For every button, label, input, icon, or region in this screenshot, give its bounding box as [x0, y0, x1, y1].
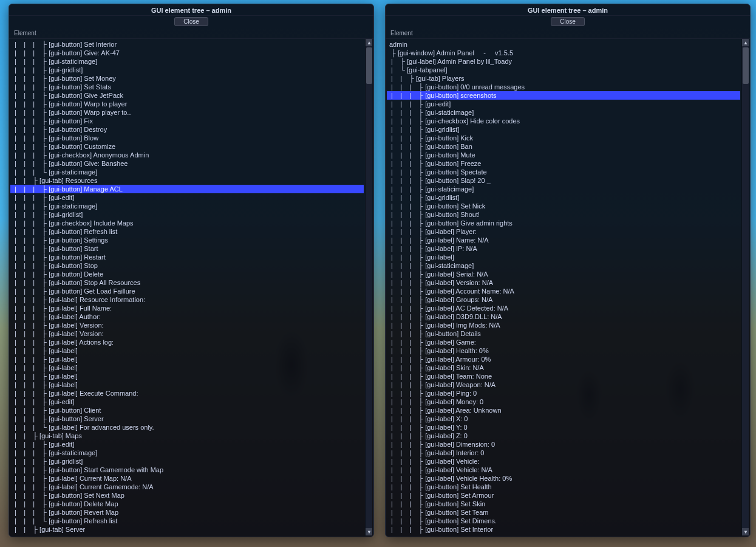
tree-row[interactable]: | | | ├ [gui-button] Set Dimens.: [387, 517, 740, 525]
scroll-down-icon[interactable]: ▼: [366, 528, 372, 535]
tree-row[interactable]: | | | ├ [gui-button] Mute: [387, 151, 740, 159]
scroll-down-icon[interactable]: ▼: [742, 528, 749, 535]
tree-row[interactable]: | | | ├ [gui-button] Give JetPack: [10, 91, 364, 100]
tree-row[interactable]: | | | ├ [gui-staticimage]: [10, 57, 364, 66]
tree-row[interactable]: | | | ├ [gui-label] Current Gamemode: N/…: [10, 483, 364, 491]
tree-row[interactable]: | | | ├ [gui-button] Start: [10, 244, 364, 253]
tree-row[interactable]: admin: [387, 40, 740, 49]
tree-row[interactable]: | | | ├ [gui-button] Spectate: [387, 168, 740, 176]
tree-row[interactable]: | | | ├ [gui-checkbox] Include Maps: [10, 219, 364, 227]
tree-row[interactable]: | | | ├ [gui-button] Warp player to..: [10, 108, 364, 117]
tree-row[interactable]: | | | ├ [gui-button] Details: [387, 329, 740, 338]
tree-row[interactable]: | | ├ [gui-tab] Server: [10, 525, 364, 534]
tree-row[interactable]: | | | ├ [gui-label] Money: 0: [387, 397, 740, 406]
tree-row[interactable]: | | | └ [gui-staticimage]: [10, 168, 364, 176]
tree-row[interactable]: | | | ├ [gui-label] Resource Information…: [10, 295, 364, 304]
tree-row[interactable]: | | | ├ [gui-button] Slap! 20 _: [387, 176, 740, 185]
scroll-thumb[interactable]: [366, 47, 372, 84]
tree-row[interactable]: | | | ├ [gui-label] Current Map: N/A: [10, 474, 364, 483]
tree-row[interactable]: | | | ├ [gui-button] Get Load Faillure: [10, 287, 364, 295]
tree-row[interactable]: | | | ├ [gui-edit]: [387, 100, 740, 108]
tree-row[interactable]: | | | ├ [gui-button] Set Interior: [10, 40, 364, 49]
tree-row[interactable]: | | | ├ [gui-button] Freeze: [387, 159, 740, 168]
tree-row[interactable]: | | | ├ [gui-button] Set Team: [387, 508, 740, 517]
tree-row[interactable]: | | | ├ [gui-label]: [10, 355, 364, 363]
element-tree-left[interactable]: | | | ├ [gui-button] Set Interior | | | …: [10, 39, 364, 535]
tree-row[interactable]: | | | ├ [gui-button] Server: [10, 415, 364, 423]
tree-row[interactable]: | | | ├ [gui-button] Stop: [10, 261, 364, 270]
tree-row[interactable]: | | | ├ [gui-label] Name: N/A: [387, 236, 740, 244]
tree-row[interactable]: | | | ├ [gui-label] Img Mods: N/A: [387, 321, 740, 329]
tree-row[interactable]: | | | ├ [gui-gridlist]: [387, 193, 740, 202]
tree-row[interactable]: | | | ├ [gui-gridlist]: [387, 125, 740, 134]
tree-row[interactable]: | | | ├ [gui-button] Restart: [10, 253, 364, 261]
tree-row[interactable]: | | | ├ [gui-edit]: [10, 193, 364, 202]
tree-row[interactable]: | | | ├ [gui-button] Give: AK-47: [10, 49, 364, 57]
tree-row[interactable]: | ├ [gui-label] Admin Panel by lil_Toady: [387, 57, 740, 66]
tree-row[interactable]: | | | ├ [gui-label] Armour: 0%: [387, 355, 740, 363]
tree-row[interactable]: | | | ├ [gui-label] Vehicle: N/A: [387, 466, 740, 474]
tree-row[interactable]: | | | ├ [gui-button] Set Health: [387, 483, 740, 491]
tree-row[interactable]: | | | ├ [gui-staticimage]: [387, 261, 740, 270]
tree-row[interactable]: | | | ├ [gui-label] Version:: [10, 329, 364, 338]
tree-row[interactable]: ├ [gui-window] Admin Panel - v1.5.5: [387, 49, 740, 57]
scrollbar[interactable]: ▲ ▼: [741, 39, 749, 535]
tree-row[interactable]: | | | ├ [gui-label] Account Name: N/A: [387, 287, 740, 295]
tree-row[interactable]: | | | ├ [gui-button] Warp to player: [10, 100, 364, 108]
tree-row[interactable]: | | | ├ [gui-label] Weapon: N/A: [387, 380, 740, 389]
tree-row[interactable]: | | | ├ [gui-gridlist]: [10, 210, 364, 219]
tree-row[interactable]: | | | ├ [gui-button] Set Nick: [387, 202, 740, 210]
tree-row[interactable]: | | | ├ [gui-button] Manage ACL: [10, 185, 364, 193]
tree-row[interactable]: | | | ├ [gui-staticimage]: [387, 108, 740, 117]
tree-row[interactable]: | | | ├ [gui-label] Game:: [387, 338, 740, 346]
tree-row[interactable]: | | | ├ [gui-button] Give: Banshee: [10, 159, 364, 168]
tree-row[interactable]: | | | ├ [gui-button] Client: [10, 406, 364, 415]
tree-row[interactable]: | | | ├ [gui-edit]: [10, 397, 364, 406]
tree-row[interactable]: | | | ├ [gui-label] AC Detected: N/A: [387, 304, 740, 312]
tree-row[interactable]: | | | ├ [gui-label] IP: N/A: [387, 244, 740, 253]
tree-row[interactable]: | | | ├ [gui-edit]: [10, 440, 364, 449]
tree-row[interactable]: | | | ├ [gui-label] Interior: 0: [387, 449, 740, 457]
scrollbar[interactable]: ▲ ▼: [365, 39, 372, 535]
tree-row[interactable]: | | | ├ [gui-button] Set Skin: [387, 500, 740, 508]
tree-row[interactable]: | | | ├ [gui-button] Settings: [10, 236, 364, 244]
tree-row[interactable]: | | | ├ [gui-label] Y: 0: [387, 423, 740, 432]
tree-row[interactable]: | | | ├ [gui-label] Dimension: 0: [387, 440, 740, 449]
tree-row[interactable]: | | | ├ [gui-button] Stop All Resources: [10, 278, 364, 287]
tree-row[interactable]: | | | ├ [gui-gridlist]: [10, 457, 364, 466]
tree-row[interactable]: | | | ├ [gui-button] Refresh list: [10, 227, 364, 236]
tree-row[interactable]: | | | ├ [gui-staticimage]: [387, 185, 740, 193]
tree-row[interactable]: | | | ├ [gui-button] Revert Map: [10, 508, 364, 517]
tree-row[interactable]: | | | ├ [gui-label]: [10, 372, 364, 380]
tree-row[interactable]: | | | ├ [gui-label]: [10, 346, 364, 355]
tree-row[interactable]: | | ├ [gui-tab] Resources: [10, 176, 364, 185]
tree-row[interactable]: | | | ├ [gui-label] Area: Unknown: [387, 406, 740, 415]
tree-row[interactable]: | | | ├ [gui-button] Set Interior: [387, 525, 740, 534]
tree-row[interactable]: | | | ├ [gui-button] Give admin rights: [387, 219, 740, 227]
tree-row[interactable]: | | | ├ [gui-label] Version: N/A: [387, 278, 740, 287]
scroll-up-icon[interactable]: ▲: [366, 39, 372, 46]
tree-row[interactable]: | | | ├ [gui-button] Shout!: [387, 210, 740, 219]
tree-row[interactable]: | | | ├ [gui-button] Customize: [10, 142, 364, 151]
tree-row[interactable]: | | | ├ [gui-button] Set Next Map: [10, 491, 364, 500]
tree-row[interactable]: | └ [gui-tabpanel]: [387, 66, 740, 74]
tree-row[interactable]: | | | ├ [gui-label] Ping: 0: [387, 389, 740, 397]
element-tree-right[interactable]: admin ├ [gui-window] Admin Panel - v1.5.…: [387, 39, 740, 535]
tree-row[interactable]: | | | ├ [gui-button] Set Armour: [387, 491, 740, 500]
tree-row[interactable]: | | | └ [gui-button] Refresh list: [10, 517, 364, 525]
tree-row[interactable]: | | ├ [gui-tab] Players: [387, 74, 740, 83]
tree-row[interactable]: | | | ├ [gui-button] Set Stats: [10, 83, 364, 91]
tree-row[interactable]: | | | ├ [gui-label] Groups: N/A: [387, 295, 740, 304]
tree-row[interactable]: | | | └ [gui-label] For advanced users o…: [10, 423, 364, 432]
tree-row[interactable]: | | | ├ [gui-label] Version:: [10, 321, 364, 329]
tree-row[interactable]: | | | ├ [gui-gridlist]: [10, 66, 364, 74]
scroll-thumb[interactable]: [743, 47, 749, 84]
tree-row[interactable]: | | | ├ [gui-label] Author:: [10, 312, 364, 321]
tree-row[interactable]: | | | ├ [gui-label]: [387, 253, 740, 261]
tree-row[interactable]: | | | ├ [gui-staticimage]: [10, 449, 364, 457]
close-button[interactable]: Close: [174, 17, 208, 26]
tree-row[interactable]: | | | ├ [gui-label] Full Name:: [10, 304, 364, 312]
tree-row[interactable]: | | | ├ [gui-label] Z: 0: [387, 432, 740, 440]
tree-row[interactable]: | | | ├ [gui-button] screenshots: [387, 91, 740, 100]
tree-row[interactable]: | | | ├ [gui-checkbox] Hide color codes: [387, 117, 740, 125]
